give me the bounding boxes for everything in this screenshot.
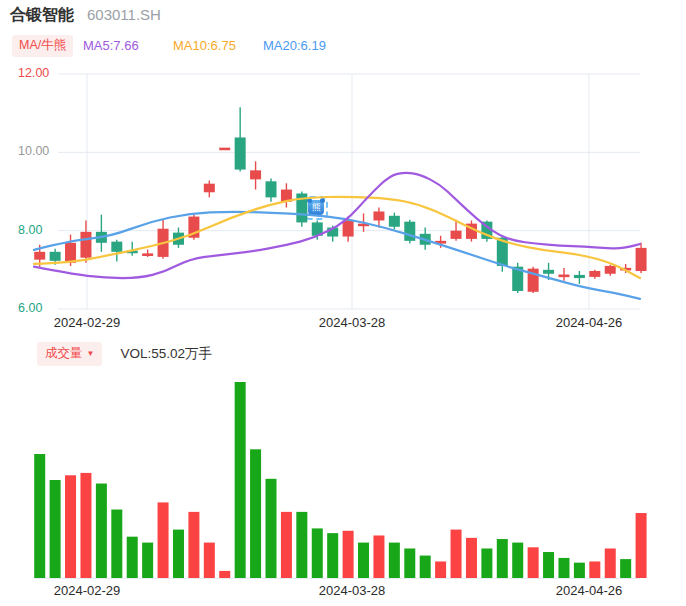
price-tick-label: 12.00 (18, 66, 49, 80)
volume-bar[interactable] (558, 558, 569, 578)
candle-body[interactable] (219, 148, 230, 151)
chart-header: 合锻智能 603011.SH (10, 5, 161, 26)
volume-bar[interactable] (111, 510, 122, 578)
volume-bar[interactable] (435, 561, 446, 578)
candle-body[interactable] (250, 170, 261, 179)
volume-bar[interactable] (235, 382, 246, 578)
volume-bar[interactable] (373, 535, 384, 578)
candle-body[interactable] (80, 232, 91, 258)
ma20-value-label: MA20:6.19 (263, 38, 326, 53)
volume-bar[interactable] (451, 530, 462, 578)
candle-body[interactable] (204, 184, 215, 193)
volume-bar[interactable] (219, 571, 230, 578)
volume-bar[interactable] (420, 556, 431, 578)
candle-body[interactable] (373, 211, 384, 220)
candle-body[interactable] (589, 271, 600, 277)
volume-bar[interactable] (296, 512, 307, 578)
volume-bar[interactable] (50, 480, 61, 578)
volume-bar[interactable] (574, 563, 585, 578)
volume-bar[interactable] (281, 512, 292, 578)
volume-value-label: VOL:55.02万手 (120, 345, 212, 363)
price-tick-label: 10.00 (18, 144, 49, 158)
date-label: 2024-02-29 (54, 315, 121, 330)
volume-bar[interactable] (65, 475, 76, 578)
volume-bar[interactable] (605, 548, 616, 578)
date-label: 2024-04-26 (556, 583, 623, 598)
date-label: 2024-02-29 (54, 583, 121, 598)
volume-bar[interactable] (266, 479, 277, 578)
volume-bar[interactable] (96, 484, 107, 578)
candle-body[interactable] (543, 270, 554, 274)
price-tick-label: 8.00 (18, 223, 42, 237)
candle-body[interactable] (142, 253, 153, 256)
candle-body[interactable] (34, 252, 45, 260)
volume-bar[interactable] (512, 543, 523, 578)
volume-bar[interactable] (158, 502, 169, 578)
volume-bar[interactable] (142, 543, 153, 578)
candle-body[interactable] (343, 220, 354, 236)
ma5-line (34, 173, 640, 278)
stock-code: 603011.SH (87, 6, 161, 23)
caret-down-icon: ▼ (87, 349, 95, 358)
volume-bar[interactable] (543, 552, 554, 578)
candle-body[interactable] (235, 137, 246, 169)
volume-bar[interactable] (343, 531, 354, 578)
candle-body[interactable] (404, 222, 415, 241)
volume-bar[interactable] (497, 539, 508, 578)
candle-body[interactable] (266, 181, 277, 197)
candle-body[interactable] (50, 252, 61, 261)
ma-bullbear-badge[interactable]: MA/牛熊 (12, 35, 73, 57)
volume-indicator-selector[interactable]: 成交量 ▼ (37, 342, 102, 366)
date-label: 2024-04-26 (556, 315, 623, 330)
volume-badge-label: 成交量 (45, 345, 83, 362)
volume-bar[interactable] (528, 547, 539, 578)
volume-header: 成交量 ▼ VOL:55.02万手 (37, 342, 212, 366)
candle-body[interactable] (111, 242, 122, 252)
volume-bar[interactable] (466, 538, 477, 578)
volume-bar[interactable] (312, 528, 323, 578)
candlestick-volume-chart (0, 0, 686, 606)
candle-body[interactable] (558, 275, 569, 278)
ma10-value-label: MA10:6.75 (173, 38, 236, 53)
volume-bar[interactable] (34, 454, 45, 578)
candle-body[interactable] (574, 275, 585, 278)
volume-bar[interactable] (127, 537, 138, 578)
volume-bar[interactable] (620, 559, 631, 578)
volume-bar[interactable] (188, 512, 199, 578)
candle-body[interactable] (636, 248, 647, 271)
volume-bar[interactable] (173, 530, 184, 578)
stock-name: 合锻智能 (10, 5, 74, 26)
volume-bar[interactable] (358, 543, 369, 578)
stock-chart-page: { "header": { "title": "合锻智能", "code": "… (0, 0, 686, 606)
ma5-value-label: MA5:7.66 (83, 38, 139, 53)
price-tick-label: 6.00 (18, 301, 42, 315)
date-label: 2024-03-28 (319, 583, 386, 598)
volume-bar[interactable] (80, 473, 91, 578)
volume-bar[interactable] (327, 533, 338, 578)
volume-bar[interactable] (589, 561, 600, 578)
candle-body[interactable] (65, 243, 76, 263)
candle-body[interactable] (605, 266, 616, 274)
volume-bar[interactable] (404, 548, 415, 578)
date-label: 2024-03-28 (319, 315, 386, 330)
volume-bar[interactable] (389, 543, 400, 578)
volume-bar[interactable] (481, 548, 492, 578)
volume-bar[interactable] (636, 513, 647, 578)
volume-bar[interactable] (204, 543, 215, 578)
candle-body[interactable] (389, 216, 400, 227)
volume-bar[interactable] (250, 449, 261, 578)
candle-body[interactable] (451, 231, 462, 239)
